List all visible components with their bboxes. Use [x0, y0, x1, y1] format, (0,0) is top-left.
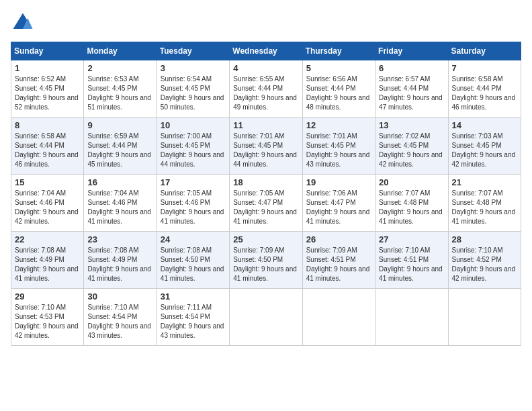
day-number: 18	[233, 177, 298, 187]
day-info: Sunrise: 6:59 AMSunset: 4:44 PMDaylight:…	[87, 132, 151, 168]
calendar-cell: 25 Sunrise: 7:09 AMSunset: 4:50 PMDaylig…	[230, 232, 302, 289]
day-info: Sunrise: 6:58 AMSunset: 4:44 PMDaylight:…	[452, 75, 516, 111]
calendar-cell: 18 Sunrise: 7:05 AMSunset: 4:47 PMDaylig…	[230, 175, 302, 232]
calendar-cell: 1 Sunrise: 6:52 AMSunset: 4:45 PMDayligh…	[11, 60, 84, 118]
day-info: Sunrise: 7:01 AMSunset: 4:45 PMDaylight:…	[233, 132, 297, 168]
weekday-header: Thursday	[302, 42, 375, 60]
calendar-week-row: 15 Sunrise: 7:04 AMSunset: 4:46 PMDaylig…	[11, 175, 521, 232]
calendar-cell	[302, 289, 375, 346]
calendar-cell: 10 Sunrise: 7:00 AMSunset: 4:45 PMDaylig…	[157, 118, 229, 175]
calendar-cell: 31 Sunrise: 7:11 AMSunset: 4:54 PMDaylig…	[157, 289, 229, 346]
day-info: Sunrise: 6:54 AMSunset: 4:45 PMDaylight:…	[161, 75, 224, 111]
weekday-header: Tuesday	[157, 42, 229, 60]
day-number: 6	[379, 63, 444, 73]
calendar-cell: 7 Sunrise: 6:58 AMSunset: 4:44 PMDayligh…	[448, 60, 521, 118]
calendar-cell: 26 Sunrise: 7:09 AMSunset: 4:51 PMDaylig…	[302, 232, 375, 289]
day-info: Sunrise: 7:11 AMSunset: 4:54 PMDaylight:…	[161, 304, 224, 339]
day-info: Sunrise: 7:02 AMSunset: 4:45 PMDaylight:…	[379, 132, 443, 168]
calendar-cell: 11 Sunrise: 7:01 AMSunset: 4:45 PMDaylig…	[230, 118, 302, 175]
calendar-week-row: 8 Sunrise: 6:58 AMSunset: 4:44 PMDayligh…	[11, 118, 521, 175]
page-header	[11, 11, 521, 35]
calendar-cell: 20 Sunrise: 7:07 AMSunset: 4:48 PMDaylig…	[375, 175, 448, 232]
day-number: 28	[452, 234, 517, 244]
day-number: 2	[87, 63, 152, 73]
day-number: 13	[379, 120, 444, 130]
calendar-cell: 17 Sunrise: 7:05 AMSunset: 4:46 PMDaylig…	[157, 175, 229, 232]
calendar-cell	[230, 289, 302, 346]
calendar-cell: 2 Sunrise: 6:53 AMSunset: 4:45 PMDayligh…	[84, 60, 157, 118]
calendar-cell: 4 Sunrise: 6:55 AMSunset: 4:44 PMDayligh…	[230, 60, 302, 118]
day-info: Sunrise: 6:53 AMSunset: 4:45 PMDaylight:…	[87, 75, 151, 111]
day-number: 29	[15, 291, 80, 302]
calendar-cell: 27 Sunrise: 7:10 AMSunset: 4:51 PMDaylig…	[375, 232, 448, 289]
day-number: 7	[452, 63, 517, 73]
day-info: Sunrise: 7:09 AMSunset: 4:51 PMDaylight:…	[306, 246, 370, 282]
day-number: 1	[15, 63, 80, 73]
day-info: Sunrise: 7:04 AMSunset: 4:46 PMDaylight:…	[15, 189, 79, 225]
calendar-week-row: 29 Sunrise: 7:10 AMSunset: 4:53 PMDaylig…	[11, 289, 521, 346]
weekday-header: Sunday	[11, 42, 84, 60]
day-info: Sunrise: 7:01 AMSunset: 4:45 PMDaylight:…	[306, 132, 370, 168]
day-info: Sunrise: 6:58 AMSunset: 4:44 PMDaylight:…	[15, 132, 79, 168]
calendar-cell: 13 Sunrise: 7:02 AMSunset: 4:45 PMDaylig…	[375, 118, 448, 175]
logo	[11, 11, 38, 35]
calendar-cell: 16 Sunrise: 7:04 AMSunset: 4:46 PMDaylig…	[84, 175, 157, 232]
day-info: Sunrise: 6:56 AMSunset: 4:44 PMDaylight:…	[306, 75, 370, 111]
calendar-cell	[375, 289, 448, 346]
day-info: Sunrise: 7:00 AMSunset: 4:45 PMDaylight:…	[161, 132, 224, 168]
calendar-cell: 30 Sunrise: 7:10 AMSunset: 4:54 PMDaylig…	[84, 289, 157, 346]
weekday-header: Wednesday	[230, 42, 302, 60]
day-info: Sunrise: 7:07 AMSunset: 4:48 PMDaylight:…	[452, 189, 516, 225]
calendar-cell	[448, 289, 521, 346]
day-number: 11	[233, 120, 298, 130]
day-info: Sunrise: 7:09 AMSunset: 4:50 PMDaylight:…	[233, 246, 297, 282]
calendar-cell: 6 Sunrise: 6:57 AMSunset: 4:44 PMDayligh…	[375, 60, 448, 118]
day-number: 20	[379, 177, 444, 187]
day-number: 19	[306, 177, 371, 187]
calendar-cell: 29 Sunrise: 7:10 AMSunset: 4:53 PMDaylig…	[11, 289, 84, 346]
day-number: 21	[452, 177, 517, 187]
calendar-cell: 14 Sunrise: 7:03 AMSunset: 4:45 PMDaylig…	[448, 118, 521, 175]
day-info: Sunrise: 7:03 AMSunset: 4:45 PMDaylight:…	[452, 132, 516, 168]
day-info: Sunrise: 7:10 AMSunset: 4:51 PMDaylight:…	[379, 246, 443, 282]
calendar-week-row: 22 Sunrise: 7:08 AMSunset: 4:49 PMDaylig…	[11, 232, 521, 289]
day-info: Sunrise: 7:04 AMSunset: 4:46 PMDaylight:…	[87, 189, 151, 225]
day-number: 9	[87, 120, 152, 130]
day-number: 24	[161, 234, 226, 244]
day-number: 30	[87, 291, 152, 302]
calendar-cell: 3 Sunrise: 6:54 AMSunset: 4:45 PMDayligh…	[157, 60, 229, 118]
day-info: Sunrise: 7:05 AMSunset: 4:46 PMDaylight:…	[161, 189, 224, 225]
day-number: 23	[87, 234, 152, 244]
day-info: Sunrise: 7:10 AMSunset: 4:53 PMDaylight:…	[15, 304, 79, 339]
calendar-table: SundayMondayTuesdayWednesdayThursdayFrid…	[11, 42, 521, 346]
calendar-cell: 23 Sunrise: 7:08 AMSunset: 4:49 PMDaylig…	[84, 232, 157, 289]
calendar-header-row: SundayMondayTuesdayWednesdayThursdayFrid…	[11, 42, 521, 60]
day-number: 16	[87, 177, 152, 187]
calendar-cell: 24 Sunrise: 7:08 AMSunset: 4:50 PMDaylig…	[157, 232, 229, 289]
calendar-cell: 8 Sunrise: 6:58 AMSunset: 4:44 PMDayligh…	[11, 118, 84, 175]
day-number: 8	[15, 120, 80, 130]
day-number: 15	[15, 177, 80, 187]
calendar-cell: 22 Sunrise: 7:08 AMSunset: 4:49 PMDaylig…	[11, 232, 84, 289]
day-number: 14	[452, 120, 517, 130]
calendar-week-row: 1 Sunrise: 6:52 AMSunset: 4:45 PMDayligh…	[11, 60, 521, 118]
calendar-cell: 5 Sunrise: 6:56 AMSunset: 4:44 PMDayligh…	[302, 60, 375, 118]
day-number: 10	[161, 120, 226, 130]
day-number: 31	[161, 291, 226, 302]
calendar-cell: 12 Sunrise: 7:01 AMSunset: 4:45 PMDaylig…	[302, 118, 375, 175]
day-number: 12	[306, 120, 371, 130]
day-info: Sunrise: 7:06 AMSunset: 4:47 PMDaylight:…	[306, 189, 370, 225]
day-info: Sunrise: 6:55 AMSunset: 4:44 PMDaylight:…	[233, 75, 297, 111]
day-info: Sunrise: 7:08 AMSunset: 4:50 PMDaylight:…	[161, 246, 224, 282]
calendar-cell: 28 Sunrise: 7:10 AMSunset: 4:52 PMDaylig…	[448, 232, 521, 289]
day-info: Sunrise: 7:10 AMSunset: 4:54 PMDaylight:…	[87, 304, 151, 339]
day-number: 5	[306, 63, 371, 73]
day-number: 26	[306, 234, 371, 244]
day-number: 17	[161, 177, 226, 187]
day-info: Sunrise: 6:52 AMSunset: 4:45 PMDaylight:…	[15, 75, 79, 111]
day-number: 3	[161, 63, 226, 73]
calendar-cell: 19 Sunrise: 7:06 AMSunset: 4:47 PMDaylig…	[302, 175, 375, 232]
day-number: 4	[233, 63, 298, 73]
calendar-cell: 9 Sunrise: 6:59 AMSunset: 4:44 PMDayligh…	[84, 118, 157, 175]
day-info: Sunrise: 7:10 AMSunset: 4:52 PMDaylight:…	[452, 246, 516, 282]
